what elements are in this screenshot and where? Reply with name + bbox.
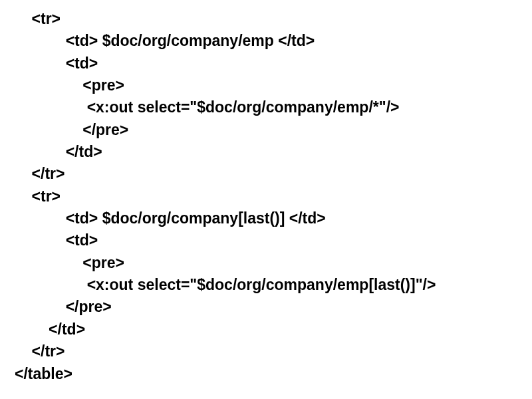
- code-line: <td> $doc/org/company/emp </td>: [15, 30, 532, 52]
- code-line: </td>: [15, 319, 532, 340]
- code-line: </table>: [15, 363, 532, 385]
- code-block: <tr> <td> $doc/org/company/emp </td> <td…: [0, 0, 532, 385]
- code-line: <x:out select="$doc/org/company/emp[last…: [15, 274, 532, 296]
- code-line: </pre>: [15, 119, 532, 141]
- code-line: </tr>: [15, 340, 532, 362]
- code-line: <tr>: [15, 186, 532, 207]
- code-line: </tr>: [15, 163, 532, 185]
- code-line: <td>: [15, 53, 532, 74]
- code-line: <td>: [15, 229, 532, 251]
- code-line: <x:out select="$doc/org/company/emp/*"/>: [15, 96, 532, 118]
- code-line: </pre>: [15, 296, 532, 318]
- code-line: <pre>: [15, 74, 532, 96]
- code-line: <tr>: [15, 8, 532, 30]
- code-line: </td>: [15, 141, 532, 163]
- code-line: <pre>: [15, 252, 532, 274]
- code-line: <td> $doc/org/company[last()] </td>: [15, 207, 532, 229]
